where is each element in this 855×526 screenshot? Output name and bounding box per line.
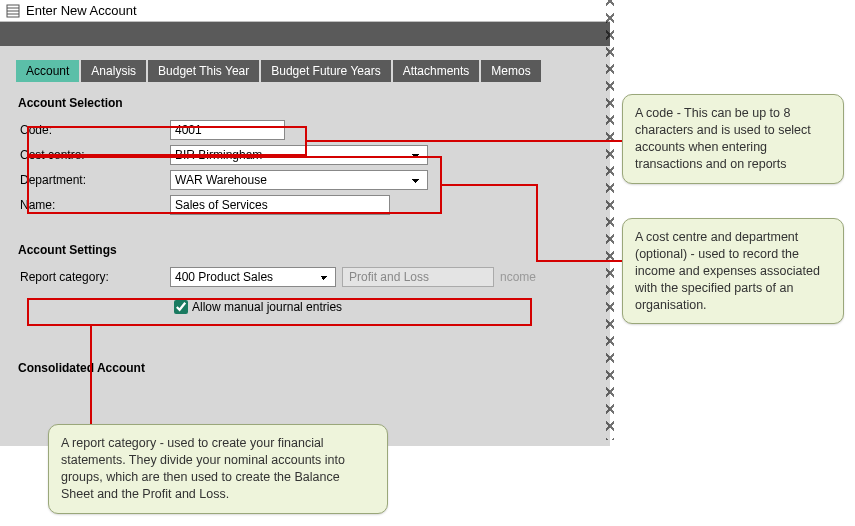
row-cost-centre: Cost centre: BIR Birmingham xyxy=(16,145,594,165)
consolidated-account-heading: Consolidated Account xyxy=(18,361,594,375)
tab-memos[interactable]: Memos xyxy=(481,60,540,82)
label-department: Department: xyxy=(20,173,170,187)
account-selection-heading: Account Selection xyxy=(18,96,594,110)
tab-strip: Account Analysis Budget This Year Budget… xyxy=(16,60,594,82)
income-readonly-fragment: ncome xyxy=(500,270,536,284)
label-code: Code: xyxy=(20,123,170,137)
name-input[interactable] xyxy=(170,195,390,215)
row-allow-manual: Allow manual journal entries xyxy=(16,297,594,317)
department-select[interactable]: WAR Warehouse xyxy=(170,170,428,190)
window-title: Enter New Account xyxy=(26,3,137,18)
row-department: Department: WAR Warehouse xyxy=(16,170,594,190)
tab-budget-this-year[interactable]: Budget This Year xyxy=(148,60,259,82)
callout-code: A code - This can be up to 8 characters … xyxy=(622,94,844,184)
window-icon xyxy=(6,4,20,18)
label-name: Name: xyxy=(20,198,170,212)
row-code: Code: xyxy=(16,120,594,140)
label-report-category: Report category: xyxy=(20,270,170,284)
callout-cost-dept: A cost centre and department (optional) … xyxy=(622,218,844,324)
cost-centre-select[interactable]: BIR Birmingham xyxy=(170,145,428,165)
report-type-readonly: Profit and Loss xyxy=(342,267,494,287)
code-input[interactable] xyxy=(170,120,285,140)
row-name: Name: xyxy=(16,195,594,215)
connector-costdept-h1 xyxy=(442,184,538,186)
row-report-category: Report category: 400 Product Sales Profi… xyxy=(16,267,594,287)
connector-costdept-v xyxy=(536,184,538,262)
tab-account[interactable]: Account xyxy=(16,60,79,82)
account-settings-heading: Account Settings xyxy=(18,243,594,257)
connector-code xyxy=(307,140,622,142)
tab-analysis[interactable]: Analysis xyxy=(81,60,146,82)
report-category-select[interactable]: 400 Product Sales xyxy=(170,267,336,287)
allow-manual-checkbox[interactable] xyxy=(174,300,188,314)
tab-budget-future-years[interactable]: Budget Future Years xyxy=(261,60,390,82)
toolbar-strip xyxy=(0,22,610,46)
connector-costdept-h2 xyxy=(536,260,622,262)
tab-attachments[interactable]: Attachments xyxy=(393,60,480,82)
label-cost-centre: Cost centre: xyxy=(20,148,170,162)
connector-reportcat xyxy=(90,326,92,424)
label-allow-manual: Allow manual journal entries xyxy=(192,300,342,314)
callout-report-category: A report category - used to create your … xyxy=(48,424,388,514)
titlebar: Enter New Account xyxy=(0,0,610,22)
